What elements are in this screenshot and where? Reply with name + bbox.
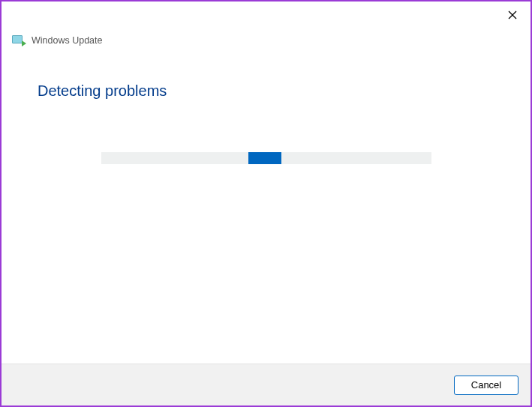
close-icon: [508, 10, 517, 19]
content-area: Detecting problems: [2, 49, 530, 364]
footer: Cancel: [2, 364, 530, 406]
troubleshooter-window: Windows Update Detecting problems Cancel: [0, 0, 532, 407]
cancel-button[interactable]: Cancel: [454, 376, 518, 395]
close-button[interactable]: [502, 6, 523, 24]
progress-bar: [248, 152, 281, 164]
troubleshoot-icon: [12, 35, 26, 46]
progress-track: [101, 152, 431, 164]
page-title: Detecting problems: [38, 82, 494, 100]
header-title: Windows Update: [32, 35, 103, 46]
titlebar: [2, 1, 530, 28]
header-row: Windows Update: [2, 28, 530, 49]
